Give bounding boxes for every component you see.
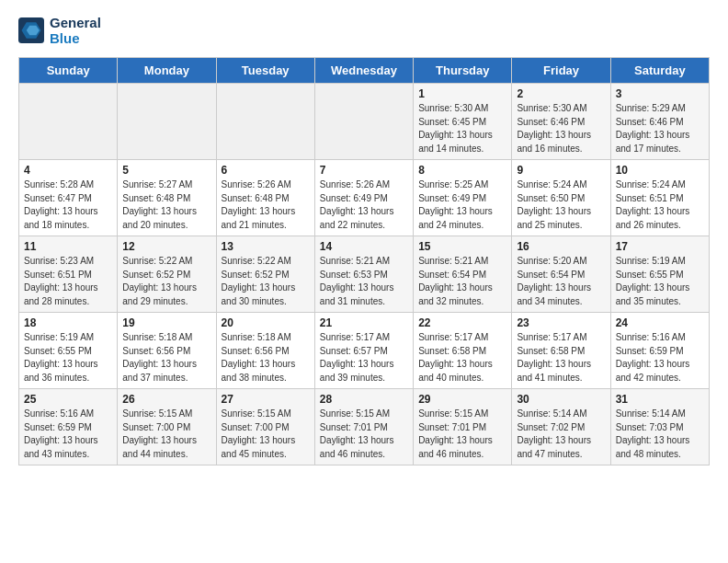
calendar-cell: 12Sunrise: 5:22 AM Sunset: 6:52 PM Dayli… bbox=[118, 236, 216, 313]
day-number: 19 bbox=[122, 316, 210, 329]
day-details: Sunrise: 5:15 AM Sunset: 7:00 PM Dayligh… bbox=[122, 408, 210, 461]
day-number: 10 bbox=[616, 164, 704, 177]
day-number: 2 bbox=[517, 87, 605, 100]
calendar-cell bbox=[216, 84, 314, 160]
calendar-cell: 31Sunrise: 5:14 AM Sunset: 7:03 PM Dayli… bbox=[610, 389, 709, 465]
day-number: 26 bbox=[122, 393, 210, 406]
day-number: 23 bbox=[517, 316, 605, 329]
calendar-cell bbox=[19, 84, 118, 160]
weekday-header-sunday: Sunday bbox=[19, 58, 118, 84]
day-number: 22 bbox=[418, 316, 506, 329]
calendar-cell: 16Sunrise: 5:20 AM Sunset: 6:54 PM Dayli… bbox=[512, 236, 610, 313]
day-details: Sunrise: 5:18 AM Sunset: 6:56 PM Dayligh… bbox=[222, 331, 310, 385]
day-number: 25 bbox=[24, 393, 112, 406]
weekday-header-monday: Monday bbox=[118, 58, 216, 84]
day-number: 16 bbox=[517, 240, 605, 253]
day-number: 20 bbox=[222, 316, 310, 329]
day-number: 9 bbox=[517, 164, 605, 177]
weekday-header-wednesday: Wednesday bbox=[314, 58, 413, 84]
day-number: 17 bbox=[616, 240, 704, 253]
day-details: Sunrise: 5:14 AM Sunset: 7:02 PM Dayligh… bbox=[517, 408, 605, 461]
day-details: Sunrise: 5:22 AM Sunset: 6:52 PM Dayligh… bbox=[122, 255, 210, 308]
calendar-cell: 7Sunrise: 5:26 AM Sunset: 6:49 PM Daylig… bbox=[314, 160, 413, 236]
logo-icon bbox=[18, 17, 44, 43]
day-number: 29 bbox=[418, 393, 506, 406]
day-details: Sunrise: 5:18 AM Sunset: 6:56 PM Dayligh… bbox=[122, 331, 210, 385]
day-details: Sunrise: 5:20 AM Sunset: 6:54 PM Dayligh… bbox=[517, 255, 605, 308]
calendar-cell: 11Sunrise: 5:23 AM Sunset: 6:51 PM Dayli… bbox=[19, 236, 118, 313]
calendar-cell: 23Sunrise: 5:17 AM Sunset: 6:58 PM Dayli… bbox=[512, 313, 610, 389]
header: General Blue bbox=[18, 15, 710, 46]
calendar-cell: 9Sunrise: 5:24 AM Sunset: 6:50 PM Daylig… bbox=[512, 160, 610, 236]
day-details: Sunrise: 5:26 AM Sunset: 6:48 PM Dayligh… bbox=[222, 178, 310, 232]
day-details: Sunrise: 5:26 AM Sunset: 6:49 PM Dayligh… bbox=[320, 178, 408, 232]
day-number: 30 bbox=[517, 393, 605, 406]
calendar-cell: 22Sunrise: 5:17 AM Sunset: 6:58 PM Dayli… bbox=[414, 313, 512, 389]
weekday-header-row: SundayMondayTuesdayWednesdayThursdayFrid… bbox=[19, 58, 710, 84]
day-details: Sunrise: 5:16 AM Sunset: 6:59 PM Dayligh… bbox=[24, 408, 112, 461]
calendar-cell: 20Sunrise: 5:18 AM Sunset: 6:56 PM Dayli… bbox=[216, 313, 314, 389]
day-number: 13 bbox=[222, 240, 310, 253]
calendar-cell: 30Sunrise: 5:14 AM Sunset: 7:02 PM Dayli… bbox=[512, 389, 610, 465]
day-number: 3 bbox=[616, 87, 704, 100]
day-details: Sunrise: 5:17 AM Sunset: 6:58 PM Dayligh… bbox=[517, 331, 605, 385]
calendar-cell: 5Sunrise: 5:27 AM Sunset: 6:48 PM Daylig… bbox=[118, 160, 216, 236]
day-details: Sunrise: 5:19 AM Sunset: 6:55 PM Dayligh… bbox=[616, 255, 704, 308]
day-details: Sunrise: 5:23 AM Sunset: 6:51 PM Dayligh… bbox=[24, 255, 112, 308]
calendar-table: SundayMondayTuesdayWednesdayThursdayFrid… bbox=[18, 57, 710, 465]
weekday-header-tuesday: Tuesday bbox=[216, 58, 314, 84]
calendar-cell: 25Sunrise: 5:16 AM Sunset: 6:59 PM Dayli… bbox=[19, 389, 118, 465]
calendar-week-2: 4Sunrise: 5:28 AM Sunset: 6:47 PM Daylig… bbox=[19, 160, 710, 236]
weekday-header-friday: Friday bbox=[512, 58, 610, 84]
day-number: 12 bbox=[122, 240, 210, 253]
calendar-cell: 28Sunrise: 5:15 AM Sunset: 7:01 PM Dayli… bbox=[314, 389, 413, 465]
weekday-header-thursday: Thursday bbox=[414, 58, 512, 84]
day-details: Sunrise: 5:22 AM Sunset: 6:52 PM Dayligh… bbox=[222, 255, 310, 308]
day-details: Sunrise: 5:21 AM Sunset: 6:54 PM Dayligh… bbox=[418, 255, 506, 308]
day-number: 8 bbox=[418, 164, 506, 177]
day-number: 28 bbox=[320, 393, 408, 406]
day-number: 5 bbox=[122, 164, 210, 177]
day-details: Sunrise: 5:27 AM Sunset: 6:48 PM Dayligh… bbox=[122, 178, 210, 232]
calendar-cell: 8Sunrise: 5:25 AM Sunset: 6:49 PM Daylig… bbox=[414, 160, 512, 236]
day-number: 7 bbox=[320, 164, 408, 177]
weekday-header-saturday: Saturday bbox=[610, 58, 709, 84]
calendar-cell bbox=[314, 84, 413, 160]
day-details: Sunrise: 5:24 AM Sunset: 6:51 PM Dayligh… bbox=[616, 178, 704, 232]
calendar-cell: 15Sunrise: 5:21 AM Sunset: 6:54 PM Dayli… bbox=[414, 236, 512, 313]
calendar-cell: 1Sunrise: 5:30 AM Sunset: 6:45 PM Daylig… bbox=[414, 84, 512, 160]
calendar-cell: 14Sunrise: 5:21 AM Sunset: 6:53 PM Dayli… bbox=[314, 236, 413, 313]
day-number: 27 bbox=[222, 393, 310, 406]
day-number: 31 bbox=[616, 393, 704, 406]
calendar-cell: 6Sunrise: 5:26 AM Sunset: 6:48 PM Daylig… bbox=[216, 160, 314, 236]
calendar-cell: 10Sunrise: 5:24 AM Sunset: 6:51 PM Dayli… bbox=[610, 160, 709, 236]
day-number: 11 bbox=[24, 240, 112, 253]
day-details: Sunrise: 5:17 AM Sunset: 6:57 PM Dayligh… bbox=[320, 331, 408, 385]
day-details: Sunrise: 5:30 AM Sunset: 6:46 PM Dayligh… bbox=[517, 102, 605, 155]
logo: General Blue bbox=[18, 15, 101, 46]
calendar-week-5: 25Sunrise: 5:16 AM Sunset: 6:59 PM Dayli… bbox=[19, 389, 710, 465]
day-details: Sunrise: 5:15 AM Sunset: 7:00 PM Dayligh… bbox=[222, 408, 310, 461]
calendar-cell: 17Sunrise: 5:19 AM Sunset: 6:55 PM Dayli… bbox=[610, 236, 709, 313]
day-details: Sunrise: 5:25 AM Sunset: 6:49 PM Dayligh… bbox=[418, 178, 506, 232]
day-details: Sunrise: 5:28 AM Sunset: 6:47 PM Dayligh… bbox=[24, 178, 112, 232]
calendar-cell: 27Sunrise: 5:15 AM Sunset: 7:00 PM Dayli… bbox=[216, 389, 314, 465]
day-details: Sunrise: 5:15 AM Sunset: 7:01 PM Dayligh… bbox=[418, 408, 506, 461]
calendar-week-4: 18Sunrise: 5:19 AM Sunset: 6:55 PM Dayli… bbox=[19, 313, 710, 389]
day-details: Sunrise: 5:17 AM Sunset: 6:58 PM Dayligh… bbox=[418, 331, 506, 385]
day-number: 6 bbox=[222, 164, 310, 177]
day-details: Sunrise: 5:24 AM Sunset: 6:50 PM Dayligh… bbox=[517, 178, 605, 232]
calendar-cell: 21Sunrise: 5:17 AM Sunset: 6:57 PM Dayli… bbox=[314, 313, 413, 389]
calendar-week-3: 11Sunrise: 5:23 AM Sunset: 6:51 PM Dayli… bbox=[19, 236, 710, 313]
day-number: 15 bbox=[418, 240, 506, 253]
calendar-cell bbox=[118, 84, 216, 160]
day-details: Sunrise: 5:16 AM Sunset: 6:59 PM Dayligh… bbox=[616, 331, 704, 385]
day-details: Sunrise: 5:14 AM Sunset: 7:03 PM Dayligh… bbox=[616, 408, 704, 461]
day-number: 4 bbox=[24, 164, 112, 177]
day-details: Sunrise: 5:19 AM Sunset: 6:55 PM Dayligh… bbox=[24, 331, 112, 385]
day-number: 1 bbox=[418, 87, 506, 100]
day-number: 14 bbox=[320, 240, 408, 253]
calendar-cell: 13Sunrise: 5:22 AM Sunset: 6:52 PM Dayli… bbox=[216, 236, 314, 313]
calendar-cell: 18Sunrise: 5:19 AM Sunset: 6:55 PM Dayli… bbox=[19, 313, 118, 389]
day-number: 18 bbox=[24, 316, 112, 329]
